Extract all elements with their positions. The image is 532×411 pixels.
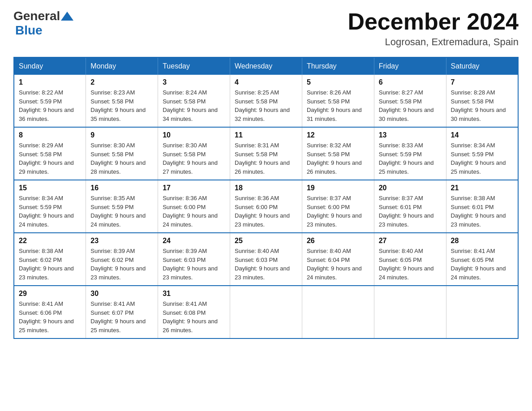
sunrise-value: 8:29 AM — [42, 142, 63, 149]
logo-blue-text: Blue — [15, 23, 43, 38]
day-info: Sunrise: 8:33 AM Sunset: 5:59 PM Dayligh… — [379, 141, 442, 176]
sunset-value: 5:58 PM — [184, 151, 206, 158]
day-number: 31 — [163, 290, 225, 298]
sunrise-value: 8:25 AM — [257, 89, 279, 96]
day-info: Sunrise: 8:41 AM Sunset: 6:07 PM Dayligh… — [90, 300, 153, 334]
sunrise-value: 8:31 AM — [257, 142, 279, 149]
sunrise-value: 8:38 AM — [474, 195, 495, 201]
day-info: Sunrise: 8:31 AM Sunset: 5:58 PM Dayligh… — [235, 141, 297, 176]
day-info: Sunrise: 8:34 AM Sunset: 5:59 PM Dayligh… — [19, 194, 81, 229]
sunset-value: 6:04 PM — [328, 257, 350, 263]
calendar-cell: 5 Sunrise: 8:26 AM Sunset: 5:58 PM Dayli… — [302, 75, 374, 127]
day-number: 22 — [19, 237, 81, 245]
sunset-label: Sunset: — [307, 257, 328, 263]
calendar-cell: 25 Sunrise: 8:40 AM Sunset: 6:03 PM Dayl… — [230, 233, 302, 286]
daylight-label: Daylight: 9 hours and 31 minutes. — [307, 107, 362, 122]
sunrise-label: Sunrise: — [307, 89, 330, 96]
day-number: 3 — [163, 78, 225, 86]
sunrise-value: 8:22 AM — [42, 89, 63, 96]
day-info: Sunrise: 8:41 AM Sunset: 6:06 PM Dayligh… — [19, 300, 81, 334]
day-number: 10 — [163, 131, 225, 139]
calendar-cell: 12 Sunrise: 8:32 AM Sunset: 5:58 PM Dayl… — [302, 127, 374, 180]
sunrise-label: Sunrise: — [19, 89, 42, 96]
sunrise-label: Sunrise: — [90, 142, 113, 149]
sunset-label: Sunset: — [19, 204, 40, 210]
daylight-label: Daylight: 9 hours and 23 minutes. — [235, 212, 290, 228]
calendar-cell: 15 Sunrise: 8:34 AM Sunset: 5:59 PM Dayl… — [14, 180, 86, 233]
day-info: Sunrise: 8:23 AM Sunset: 5:58 PM Dayligh… — [90, 88, 153, 123]
day-info: Sunrise: 8:25 AM Sunset: 5:58 PM Dayligh… — [235, 88, 297, 123]
calendar-cell: 9 Sunrise: 8:30 AM Sunset: 5:58 PM Dayli… — [86, 127, 158, 180]
day-info: Sunrise: 8:38 AM Sunset: 6:01 PM Dayligh… — [451, 194, 513, 229]
day-info: Sunrise: 8:41 AM Sunset: 6:08 PM Dayligh… — [163, 300, 225, 334]
day-info: Sunrise: 8:40 AM Sunset: 6:05 PM Dayligh… — [379, 247, 442, 282]
day-info: Sunrise: 8:36 AM Sunset: 6:00 PM Dayligh… — [235, 194, 297, 229]
day-number: 30 — [90, 290, 153, 298]
sunrise-value: 8:27 AM — [402, 89, 423, 96]
logo: General Blue — [13, 9, 73, 38]
sunrise-value: 8:41 AM — [42, 300, 63, 307]
location-subtitle: Logrosan, Extremadura, Spain — [348, 36, 519, 48]
day-number: 8 — [19, 131, 81, 139]
sunset-value: 5:58 PM — [400, 98, 421, 105]
daylight-label: Daylight: 9 hours and 24 minutes. — [19, 212, 74, 228]
calendar-cell: 11 Sunrise: 8:31 AM Sunset: 5:58 PM Dayl… — [230, 127, 302, 180]
calendar-cell: 13 Sunrise: 8:33 AM Sunset: 5:59 PM Dayl… — [374, 127, 446, 180]
title-section: December 2024 Logrosan, Extremadura, Spa… — [348, 9, 519, 48]
daylight-label: Daylight: 9 hours and 36 minutes. — [19, 107, 74, 122]
sunset-value: 5:58 PM — [184, 98, 206, 105]
calendar-cell: 4 Sunrise: 8:25 AM Sunset: 5:58 PM Dayli… — [230, 75, 302, 127]
calendar-week-row: 8 Sunrise: 8:29 AM Sunset: 5:58 PM Dayli… — [14, 127, 518, 180]
day-number: 4 — [235, 78, 297, 86]
sunset-value: 6:06 PM — [40, 309, 62, 316]
sunrise-label: Sunrise: — [235, 89, 257, 96]
day-number: 7 — [451, 78, 513, 86]
calendar-cell — [374, 286, 446, 338]
day-number: 5 — [307, 78, 369, 86]
sunset-value: 6:05 PM — [472, 257, 493, 263]
sunset-label: Sunset: — [379, 151, 400, 158]
daylight-label: Daylight: 9 hours and 26 minutes. — [235, 159, 290, 175]
sunset-value: 5:58 PM — [256, 98, 278, 105]
sunrise-label: Sunrise: — [163, 89, 185, 96]
sunset-label: Sunset: — [19, 98, 40, 105]
day-info: Sunrise: 8:36 AM Sunset: 6:00 PM Dayligh… — [163, 194, 225, 229]
sunset-label: Sunset: — [235, 151, 256, 158]
daylight-label: Daylight: 9 hours and 28 minutes. — [90, 159, 146, 175]
calendar-header-friday: Friday — [374, 57, 446, 75]
sunrise-value: 8:35 AM — [114, 195, 135, 201]
sunset-label: Sunset: — [19, 309, 40, 316]
sunrise-label: Sunrise: — [163, 142, 185, 149]
daylight-label: Daylight: 9 hours and 24 minutes. — [163, 212, 218, 228]
calendar-cell — [302, 286, 374, 338]
sunset-label: Sunset: — [90, 98, 112, 105]
day-number: 20 — [379, 184, 442, 192]
calendar-cell — [446, 286, 518, 338]
sunrise-label: Sunrise: — [451, 142, 474, 149]
sunset-label: Sunset: — [235, 257, 256, 263]
sunset-value: 5:58 PM — [112, 151, 133, 158]
sunrise-value: 8:32 AM — [330, 142, 351, 149]
day-info: Sunrise: 8:40 AM Sunset: 6:03 PM Dayligh… — [235, 247, 297, 282]
sunset-value: 6:03 PM — [184, 257, 206, 263]
sunrise-label: Sunrise: — [235, 142, 257, 149]
daylight-label: Daylight: 9 hours and 30 minutes. — [379, 107, 434, 122]
sunrise-label: Sunrise: — [451, 89, 474, 96]
sunrise-label: Sunrise: — [307, 142, 330, 149]
sunrise-value: 8:33 AM — [402, 142, 423, 149]
day-number: 24 — [163, 237, 225, 245]
day-number: 1 — [19, 78, 81, 86]
calendar-cell: 27 Sunrise: 8:40 AM Sunset: 6:05 PM Dayl… — [374, 233, 446, 286]
calendar-header-row: SundayMondayTuesdayWednesdayThursdayFrid… — [14, 57, 518, 75]
sunrise-value: 8:41 AM — [474, 248, 495, 254]
calendar-cell: 3 Sunrise: 8:24 AM Sunset: 5:58 PM Dayli… — [158, 75, 230, 127]
day-info: Sunrise: 8:40 AM Sunset: 6:04 PM Dayligh… — [307, 247, 369, 282]
day-number: 17 — [163, 184, 225, 192]
calendar-header-saturday: Saturday — [446, 57, 518, 75]
sunrise-value: 8:30 AM — [186, 142, 207, 149]
calendar-cell: 2 Sunrise: 8:23 AM Sunset: 5:58 PM Dayli… — [86, 75, 158, 127]
calendar-cell: 19 Sunrise: 8:37 AM Sunset: 6:00 PM Dayl… — [302, 180, 374, 233]
sunrise-value: 8:40 AM — [257, 248, 279, 254]
calendar-cell: 8 Sunrise: 8:29 AM Sunset: 5:58 PM Dayli… — [14, 127, 86, 180]
sunrise-value: 8:39 AM — [186, 248, 207, 254]
